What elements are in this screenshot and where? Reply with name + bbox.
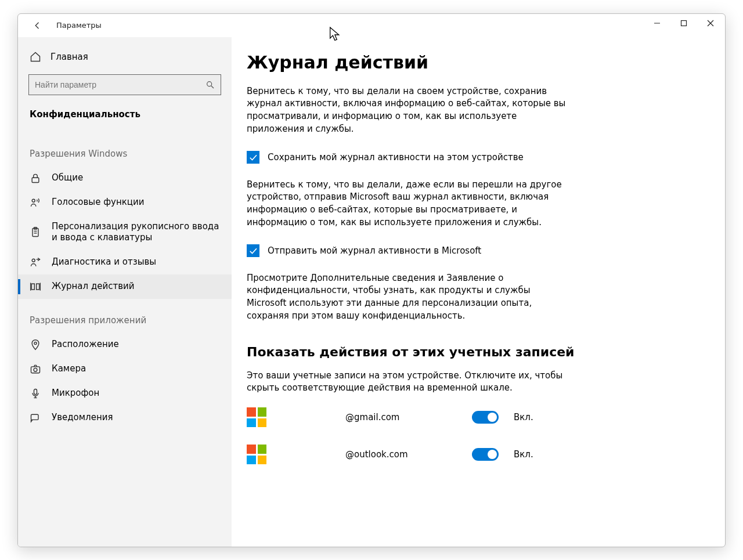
clipboard-icon [30, 226, 41, 238]
nav-label: Голосовые функции [52, 197, 144, 208]
sidebar-group-header: Разрешения приложений [18, 299, 232, 333]
account-toggle[interactable] [472, 411, 499, 424]
account-toggle[interactable] [472, 448, 499, 461]
activity-icon [30, 281, 41, 292]
page-title: Журнал действий [247, 52, 699, 73]
account-name: @outlook.com [345, 449, 461, 460]
nav-label: Главная [51, 52, 88, 62]
sidebar-item-diagnostics[interactable]: Диагностика и отзывы [18, 250, 232, 274]
svg-rect-13 [31, 284, 34, 290]
nav-label: Персонализация рукописного ввода и ввода… [52, 221, 220, 244]
speech-icon [30, 197, 41, 208]
nav-label: Камера [52, 363, 86, 375]
svg-point-7 [32, 199, 35, 202]
sidebar: Главная Конфиденциальность Разрешения Wi… [18, 37, 232, 547]
svg-line-5 [211, 86, 214, 88]
sidebar-item-camera[interactable]: Камера [18, 357, 232, 381]
notifications-icon [30, 412, 41, 424]
svg-point-19 [34, 368, 37, 371]
location-icon [30, 339, 41, 351]
svg-rect-20 [34, 389, 37, 394]
search-icon [205, 80, 215, 89]
content-area: Журнал действий Вернитесь к тому, что вы… [232, 37, 725, 547]
accounts-subtext: Это ваши учетные записи на этом устройст… [247, 370, 572, 395]
search-field[interactable] [35, 80, 205, 89]
window-title: Параметры [56, 21, 102, 30]
nav-label: Уведомления [52, 412, 113, 424]
sidebar-section-current: Конфиденциальность [18, 108, 232, 132]
nav-label: Расположение [52, 339, 119, 351]
close-button[interactable] [697, 14, 724, 32]
minimize-button[interactable] [644, 14, 670, 32]
checkbox-label: Отправить мой журнал активности в Micros… [268, 245, 481, 256]
maximize-button[interactable] [670, 14, 697, 32]
svg-rect-1 [681, 20, 687, 26]
svg-rect-14 [37, 284, 39, 290]
toggle-state: Вкл. [514, 449, 533, 460]
nav-label: Журнал действий [52, 281, 135, 292]
svg-rect-18 [31, 366, 40, 373]
svg-rect-23 [31, 414, 39, 420]
svg-point-4 [207, 81, 212, 86]
accounts-heading: Показать действия от этих учетных записе… [247, 345, 699, 359]
checkbox-icon [247, 151, 259, 164]
nav-label: Диагностика и отзывы [52, 256, 156, 268]
description-1: Вернитесь к тому, что вы делали на своем… [247, 85, 572, 136]
description-2: Вернитесь к тому, что вы делали, даже ес… [247, 179, 572, 229]
account-row: @outlook.com Вкл. [247, 445, 699, 464]
account-name: @gmail.com [345, 412, 461, 422]
lock-icon [30, 172, 41, 184]
sidebar-item-inking[interactable]: Персонализация рукописного ввода и ввода… [18, 215, 232, 250]
microsoft-logo-icon [247, 445, 266, 464]
svg-point-17 [34, 342, 37, 344]
account-row: @gmail.com Вкл. [247, 407, 699, 427]
checkbox-label: Сохранить мой журнал активности на этом … [268, 152, 524, 162]
microsoft-logo-icon [247, 407, 266, 427]
camera-icon [30, 363, 41, 375]
feedback-icon [30, 256, 41, 268]
sidebar-item-microphone[interactable]: Микрофон [18, 381, 232, 406]
nav-label: Общие [52, 172, 83, 184]
sidebar-item-location[interactable]: Расположение [18, 333, 232, 357]
checkbox-icon [247, 244, 259, 257]
titlebar: Параметры [18, 14, 725, 37]
sidebar-item-general[interactable]: Общие [18, 166, 232, 190]
sidebar-group-header: Разрешения Windows [18, 132, 232, 166]
toggle-state: Вкл. [514, 412, 533, 422]
home-icon [30, 51, 41, 63]
checkbox-send-microsoft[interactable]: Отправить мой журнал активности в Micros… [247, 244, 699, 257]
sidebar-item-notifications[interactable]: Уведомления [18, 406, 232, 430]
description-3: Просмотрите Дополнительные сведения и За… [247, 272, 572, 323]
sidebar-item-home[interactable]: Главная [18, 46, 232, 71]
nav-label: Микрофон [52, 388, 99, 399]
microphone-icon [30, 388, 41, 399]
checkbox-store-local[interactable]: Сохранить мой журнал активности на этом … [247, 151, 699, 164]
sidebar-item-activity-history[interactable]: Журнал действий [18, 274, 232, 299]
svg-rect-6 [32, 178, 39, 182]
back-button[interactable] [27, 15, 48, 36]
search-input[interactable] [28, 74, 221, 95]
sidebar-item-speech[interactable]: Голосовые функции [18, 190, 232, 215]
svg-point-12 [32, 259, 35, 262]
